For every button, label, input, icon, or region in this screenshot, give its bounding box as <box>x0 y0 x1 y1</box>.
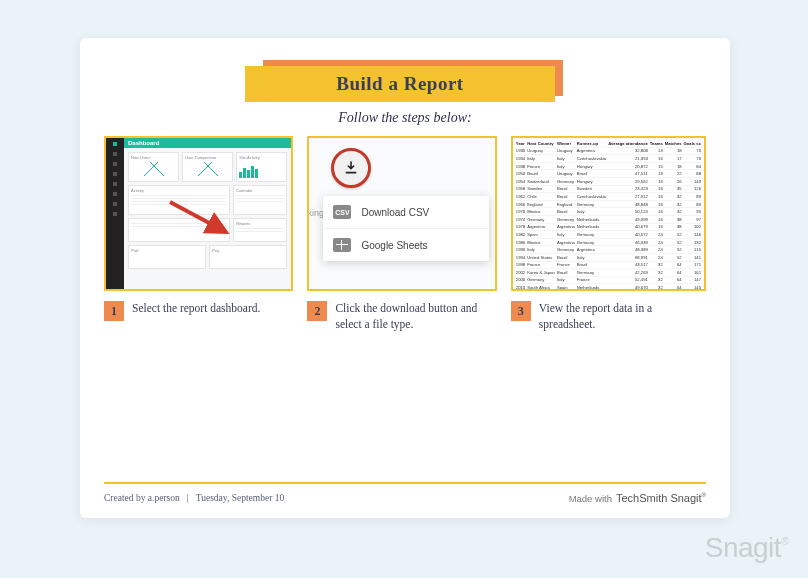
step-number: 2 <box>307 301 327 321</box>
step-caption: View the report data in a spreadsheet. <box>539 301 706 332</box>
footer: Created by a.person | Tuesday, September… <box>104 482 706 504</box>
menu-item-csv[interactable]: CSV Download CSV <box>323 196 488 228</box>
step-2: king CSV Download CSV Google Sheets 2 <box>307 136 496 332</box>
menu-item-google-sheets[interactable]: Google Sheets <box>323 228 488 261</box>
menu-item-label: Download CSV <box>361 207 429 218</box>
step-3: YearHost CountryWinnerRunner-upAverage a… <box>511 136 706 332</box>
thumb-dashboard: Dashboard New Users User Comparison Site… <box>104 136 293 291</box>
title-banner: Build a Report <box>245 60 565 104</box>
thumb-spreadsheet: YearHost CountryWinnerRunner-upAverage a… <box>511 136 706 291</box>
made-with: Made with TechSmith Snagit® <box>569 492 706 504</box>
menu-item-label: Google Sheets <box>361 240 427 251</box>
download-menu: CSV Download CSV Google Sheets <box>323 196 488 261</box>
steps-row: Dashboard New Users User Comparison Site… <box>104 136 706 332</box>
spreadsheet-table: YearHost CountryWinnerRunner-upAverage a… <box>515 140 702 291</box>
step-caption: Click the download button and select a f… <box>335 301 496 332</box>
dashboard-main: Dashboard New Users User Comparison Site… <box>124 138 291 289</box>
dashboard-sidebar <box>106 138 124 289</box>
thumb-download-menu: king CSV Download CSV Google Sheets <box>307 136 496 291</box>
step-number: 3 <box>511 301 531 321</box>
step-1: Dashboard New Users User Comparison Site… <box>104 136 293 332</box>
dashboard-heading: Dashboard <box>128 140 159 146</box>
csv-icon: CSV <box>333 205 351 219</box>
step-number: 1 <box>104 301 124 321</box>
tutorial-card: Build a Report Follow the steps below: D… <box>80 38 730 518</box>
footer-left: Created by a.person | Tuesday, September… <box>104 493 284 503</box>
title-bar: Build a Report <box>245 66 555 102</box>
created-by: Created by a.person <box>104 493 180 503</box>
download-icon <box>343 160 359 176</box>
sheets-icon <box>333 238 351 252</box>
footer-date: Tuesday, September 10 <box>196 493 284 503</box>
download-button[interactable] <box>331 148 371 188</box>
step-caption: Select the report dashboard. <box>132 301 260 317</box>
page-title: Build a Report <box>336 73 463 95</box>
cropped-text: king <box>307 208 324 218</box>
snagit-watermark: Snagit® <box>705 532 788 564</box>
subtitle: Follow the steps below: <box>104 110 706 126</box>
